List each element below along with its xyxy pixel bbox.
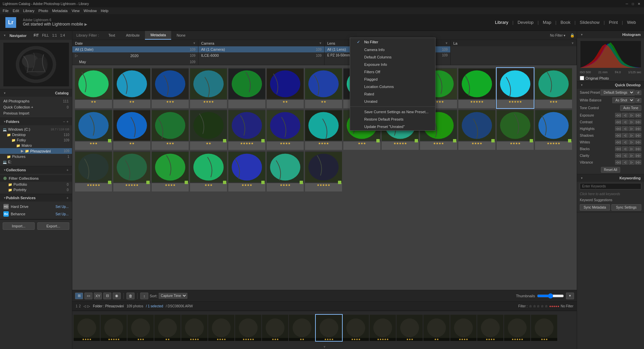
original-photo-checkbox[interactable] xyxy=(580,76,584,80)
meta-col-camera-header[interactable]: Camera ▾ xyxy=(198,40,324,46)
maximize-btn[interactable]: □ xyxy=(631,1,635,6)
exposure-inc[interactable]: ▷ xyxy=(629,113,635,118)
photo-cell[interactable]: ★★ xyxy=(113,110,150,150)
menu-unrated[interactable]: Unrated xyxy=(350,98,435,105)
menu-restore-presets[interactable]: Restore Default Presets xyxy=(350,116,435,123)
menu-help[interactable]: Help xyxy=(101,9,109,13)
exposure-dec[interactable]: ◁ xyxy=(622,113,628,118)
menu-no-filter[interactable]: ✓ No Filter xyxy=(350,38,435,46)
menu-exposure-info[interactable]: Exposure Info xyxy=(350,61,435,68)
photo-cell[interactable]: ★★ xyxy=(75,68,112,108)
vibrance-inc[interactable]: ▷ xyxy=(629,160,635,165)
close-btn[interactable]: ✕ xyxy=(637,1,641,6)
filter-collections-btn[interactable]: Filter Collections xyxy=(0,175,72,182)
photo-cell[interactable]: ★★ xyxy=(113,68,150,108)
folder-fotky[interactable]: 📁 Fotky 109 xyxy=(0,137,72,143)
reset-all-btn[interactable]: Reset All xyxy=(601,167,620,173)
titlebar-controls[interactable]: ─ □ ✕ xyxy=(624,1,641,6)
view-compare-btn[interactable]: XY xyxy=(94,293,102,299)
navigator-header[interactable]: ▼ Navigator FIT FILL 1:1 1:4 xyxy=(0,31,72,40)
folder-windows-c[interactable]: 💻 Windows (C:) 18.7 / 118 GB xyxy=(0,127,72,132)
folder-presazovani[interactable]: ▶ 📁 Přesazování 109 xyxy=(0,148,72,154)
filmstrip-thumb[interactable]: ★★ xyxy=(423,315,450,341)
exposure-dec-dec[interactable]: ◁◁ xyxy=(615,113,621,118)
clarity-inc[interactable]: ▷ xyxy=(629,153,635,158)
menu-window[interactable]: Window xyxy=(84,9,97,13)
nav-fill-btn[interactable]: FILL xyxy=(41,33,50,38)
whites-inc-inc[interactable]: ▷▷ xyxy=(635,140,641,144)
nav-prev-btn[interactable]: ◁ xyxy=(83,304,86,308)
import-button[interactable]: Import... xyxy=(3,222,35,230)
photo-cell[interactable]: ★★ xyxy=(267,68,304,108)
nav-book[interactable]: Book xyxy=(558,18,573,26)
filmstrip-thumb[interactable]: ★★★★ xyxy=(477,315,503,341)
collections-add[interactable]: + xyxy=(67,168,69,172)
highlights-inc-inc[interactable]: ▷▷ xyxy=(635,126,641,131)
status-filter-stars[interactable]: ☆ ☆ ☆ ☆ ☆ xyxy=(529,304,548,308)
hard-drive-setup-btn[interactable]: Set Up... xyxy=(55,205,69,209)
whites-dec-dec[interactable]: ◁◁ xyxy=(615,140,621,144)
keywording-header[interactable]: ▼ Keywording xyxy=(577,174,644,182)
menu-default-columns[interactable]: Default Columns xyxy=(350,53,435,61)
nav-develop[interactable]: Develop xyxy=(515,18,536,26)
blacks-inc-inc[interactable]: ▷▷ xyxy=(635,146,641,151)
catalog-header[interactable]: ▼ Catalog xyxy=(0,89,72,97)
photo-cell[interactable]: ★★★★ xyxy=(497,110,534,150)
folders-minus[interactable]: − xyxy=(63,120,65,124)
histogram-header[interactable]: ▼ Histogram xyxy=(577,31,644,38)
filmstrip-thumb[interactable]: ★★★★★ xyxy=(504,315,530,341)
photo-cell[interactable]: ★★★ xyxy=(152,110,189,150)
photo-cell[interactable]: ★★★★★ xyxy=(458,68,495,108)
view-grid-btn[interactable]: ⊞ xyxy=(75,293,83,299)
photo-cell[interactable]: ★★★★★ xyxy=(497,68,534,108)
nav-slideshow[interactable]: Slideshow xyxy=(577,18,602,26)
filmstrip-thumb[interactable]: ★★★★ xyxy=(450,315,477,341)
sort-order-btn[interactable]: ↕ xyxy=(140,293,148,299)
filmstrip-collapse-btn[interactable]: ▼ xyxy=(72,344,577,349)
photo-cell[interactable]: ★★★ xyxy=(190,151,227,191)
filmstrip-thumb[interactable]: ★★★★ xyxy=(316,315,342,341)
shadows-dec[interactable]: ◁ xyxy=(622,133,628,138)
thumbnail-size-expand[interactable]: ▾ xyxy=(566,293,574,299)
catalog-quick-collection[interactable]: Quick Collection + 0 xyxy=(0,104,72,110)
filter-tab-metadata[interactable]: Metadata xyxy=(145,31,171,40)
thumbnail-size-slider[interactable] xyxy=(537,293,564,299)
menu-photo[interactable]: Photo xyxy=(38,9,48,13)
highlights-inc[interactable]: ▷ xyxy=(629,126,635,131)
blacks-inc[interactable]: ▷ xyxy=(629,146,635,151)
photo-cell[interactable]: ★★★★★ xyxy=(75,151,112,191)
keyword-input[interactable] xyxy=(580,183,641,189)
photo-cell[interactable]: ★★★★ xyxy=(267,151,304,191)
photo-cell[interactable]: ★★★★★ xyxy=(113,151,150,191)
minimize-btn[interactable]: ─ xyxy=(624,1,629,6)
menu-location-columns[interactable]: Location Columns xyxy=(350,83,435,90)
highlights-dec[interactable]: ◁ xyxy=(622,126,628,131)
view-2-btn[interactable]: 2 xyxy=(79,304,81,308)
filter-lock-btn[interactable]: 🔒 xyxy=(568,33,577,38)
view-survey-btn[interactable]: ⊟ xyxy=(103,293,111,299)
filmstrip-thumb[interactable]: ★★★★ xyxy=(181,315,207,341)
filmstrip-thumb[interactable]: ★★★★ xyxy=(343,315,369,341)
status-no-filter[interactable]: No Filter xyxy=(561,304,573,308)
filmstrip-thumb[interactable]: ★★★ xyxy=(127,315,154,341)
white-balance-select[interactable]: As Shot xyxy=(612,97,635,103)
folder-desktop[interactable]: 📁 Desktop 110 xyxy=(0,132,72,137)
meta-date-all[interactable]: All (1 Date) 109 xyxy=(72,46,198,52)
nav-1to4-btn[interactable]: 1:4 xyxy=(59,33,66,38)
contrast-dec-dec[interactable]: ◁◁ xyxy=(615,120,621,124)
photo-cell[interactable]: ★★★★★ xyxy=(305,151,342,191)
blacks-dec-dec[interactable]: ◁◁ xyxy=(615,146,621,151)
contrast-inc-inc[interactable]: ▷▷ xyxy=(635,120,641,124)
view-loupe-btn[interactable]: ▭ xyxy=(84,293,92,299)
behance-setup-btn[interactable]: Set Up... xyxy=(55,212,69,216)
whites-inc[interactable]: ▷ xyxy=(629,140,635,144)
sync-settings-btn[interactable]: Sync Settings xyxy=(611,204,642,211)
contrast-inc[interactable]: ▷ xyxy=(629,120,635,124)
nav-1to1-btn[interactable]: 1:1 xyxy=(51,33,58,38)
folder-makro[interactable]: 📁 Makro xyxy=(0,143,72,148)
nav-web[interactable]: Web xyxy=(624,18,639,26)
filmstrip-thumb[interactable]: ★★★ xyxy=(531,315,557,341)
nav-library[interactable]: Library xyxy=(492,18,511,26)
menu-library[interactable]: Library xyxy=(23,9,35,13)
shadows-dec-dec[interactable]: ◁◁ xyxy=(615,133,621,138)
